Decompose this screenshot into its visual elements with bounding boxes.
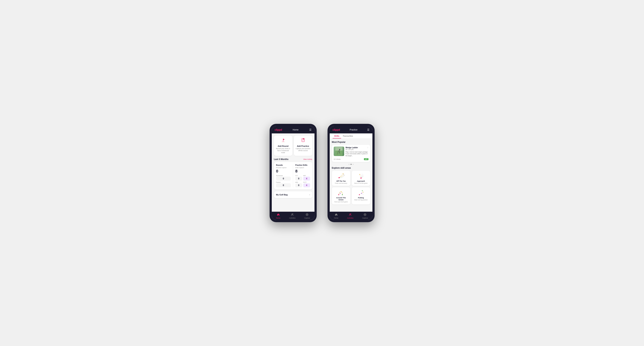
nav-home[interactable]: Home	[276, 213, 280, 219]
add-round-title: Add Round	[278, 145, 288, 147]
rounds-value: 0	[276, 169, 291, 173]
shots-count: 9 shots	[336, 158, 340, 160]
skill-arg-subtitle: Hone your short game	[334, 201, 348, 203]
practice-value: 0	[276, 183, 291, 187]
golf-bag-row[interactable]: My Golf Bag ›	[274, 191, 312, 198]
nav-activities[interactable]: Activities	[289, 213, 296, 219]
skill-grid: Off The Tee Power and accuracy	[332, 171, 370, 204]
app-value: 4	[303, 176, 310, 180]
popular-card-title: Wedge Ladder	[346, 147, 358, 149]
home-header: clippd Home ☰	[272, 126, 314, 133]
dot-3	[352, 164, 354, 165]
skill-putting[interactable]: Putting Make and lag practice	[352, 187, 370, 204]
drills-col: Practice Drills Drills Capture 8 OTT 0 A…	[295, 164, 310, 187]
popular-card-range: 50–100 yds	[346, 149, 358, 150]
svg-point-37	[359, 174, 360, 175]
nav-activities-label-practice: Activities	[347, 217, 354, 219]
add-round-subtitle: Record your shots in fast or enhanced mo…	[276, 148, 291, 154]
drills-title: Practice Drills	[295, 164, 310, 166]
putt-item: PUTT 4	[303, 182, 310, 187]
svg-point-28	[342, 173, 344, 174]
approach-icon	[357, 173, 365, 179]
nav-capture-label: Capture	[304, 217, 310, 219]
arg-value: 0	[295, 183, 302, 187]
skill-approach[interactable]: Approach Dial-in to hit the green	[352, 171, 370, 186]
nav-home-label: Home	[276, 217, 280, 219]
practice-header: clippd Practice ☰	[330, 126, 372, 133]
skill-off-the-tee[interactable]: Off The Tee Power and accuracy	[332, 171, 350, 186]
skill-around-green[interactable]: Around The Green Hone your short game	[332, 187, 350, 204]
nav-activities-label: Activities	[289, 217, 296, 219]
skill-section-header: Explore skill areas	[332, 167, 370, 169]
svg-line-23	[339, 174, 343, 178]
nav-activities-practice[interactable]: Activities	[347, 213, 354, 219]
add-practice-card[interactable]: + Add Practice Capture your practice off…	[294, 136, 312, 156]
activities-icon-practice	[349, 213, 352, 217]
add-round-card[interactable]: Add Round Record your shots in fast or e…	[274, 136, 292, 156]
popular-card-desc: Play 1 shot at each target yardage. If y…	[346, 151, 368, 157]
practice-bottom-nav: Home Activities	[330, 212, 372, 220]
add-practice-icon: +	[300, 138, 306, 144]
home-icon-practice	[335, 213, 338, 217]
arg-item: ARG 0	[295, 182, 302, 187]
svg-marker-2	[283, 139, 284, 140]
star-icon[interactable]: ☆	[367, 147, 368, 149]
nav-home-practice[interactable]: Home	[334, 213, 338, 219]
svg-point-45	[362, 192, 363, 193]
svg-point-38	[360, 177, 362, 178]
action-cards: Add Round Record your shots in fast or e…	[274, 136, 312, 156]
popular-thumb	[334, 147, 344, 156]
off-tee-icon	[337, 173, 345, 179]
popular-section-title: Most Popular	[332, 141, 346, 143]
ott-item: OTT 0	[295, 175, 302, 180]
svg-point-29	[344, 174, 344, 175]
svg-rect-15	[335, 147, 342, 151]
practice-logo: clippd	[332, 128, 340, 131]
skill-ott-title: Off The Tee	[336, 180, 346, 182]
logo: clippd	[275, 128, 282, 131]
add-round-icon	[281, 138, 286, 144]
menu-icon[interactable]: ☰	[309, 128, 312, 131]
practice-header-title: Practice	[350, 129, 358, 131]
nav-capture-practice[interactable]: Capture	[362, 213, 368, 219]
dot-1	[348, 164, 350, 165]
shots-dot-icon	[334, 159, 335, 160]
svg-point-46	[362, 190, 363, 191]
golf-bag-label: My Golf Bag	[276, 194, 288, 196]
svg-point-30	[344, 175, 344, 176]
shots-info: 9 shots	[334, 158, 340, 160]
tab-favourites[interactable]: Favourites	[341, 133, 355, 139]
rounds-capture-label: Rounds Capture	[276, 167, 291, 169]
svg-point-31	[338, 177, 340, 178]
app-item: APP 4	[303, 175, 310, 180]
svg-point-39	[338, 194, 339, 195]
tab-drills[interactable]: Drills	[332, 133, 341, 139]
svg-point-43	[359, 194, 360, 195]
svg-point-42	[340, 193, 340, 194]
activity-section-header: Last 3 Months View Activity	[274, 158, 312, 161]
skill-arg-title: Around The Green	[334, 197, 348, 201]
activity-section-title: Last 3 Months	[274, 158, 288, 161]
rounds-col: Rounds Rounds Capture 0 Tournament 0 Pra…	[276, 164, 291, 187]
home-bottom-nav: Home Activities	[272, 212, 314, 220]
nav-capture[interactable]: Capture	[304, 213, 310, 219]
svg-point-40	[341, 191, 342, 192]
putt-value: 4	[303, 183, 310, 187]
skill-approach-subtitle: Dial-in to hit the green	[354, 182, 368, 184]
capture-icon-practice	[364, 213, 366, 217]
home-content: Add Round Record your shots in fast or e…	[272, 133, 314, 212]
practice-tabs: Drills Favourites	[330, 133, 372, 139]
skill-putting-title: Putting	[358, 197, 364, 199]
drills-value: 8	[295, 169, 310, 173]
activities-icon	[291, 213, 294, 217]
app-badge: APP	[364, 158, 368, 160]
skill-approach-title: Approach	[357, 180, 365, 182]
nav-capture-label-practice: Capture	[362, 217, 368, 219]
view-activity-link[interactable]: View Activity	[303, 158, 312, 160]
add-practice-title: Add Practice	[297, 145, 309, 147]
tournament-value: 0	[276, 176, 291, 180]
popular-card[interactable]: Wedge Ladder 50–100 yds ☆ Play 1 shot at…	[332, 145, 370, 162]
phone-home: clippd Home ☰ Add Round	[270, 124, 317, 222]
practice-menu-icon[interactable]: ☰	[367, 128, 370, 131]
popular-info: Wedge Ladder 50–100 yds ☆ Play 1 shot at…	[346, 147, 368, 157]
